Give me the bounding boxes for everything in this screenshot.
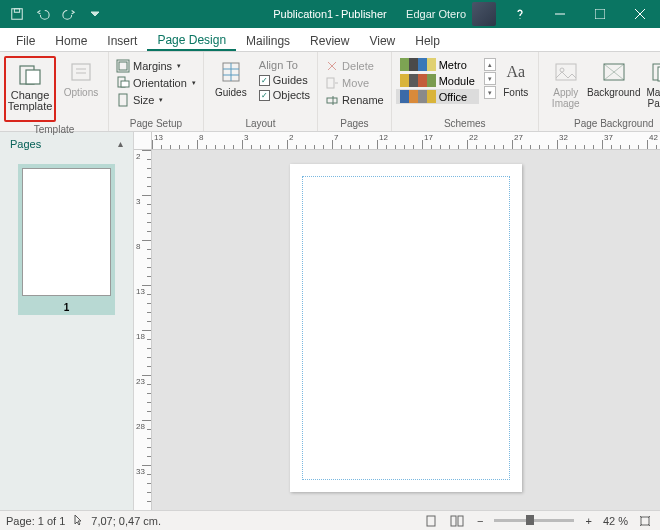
size-button[interactable]: Size▾: [113, 92, 199, 108]
size-icon: [116, 93, 130, 107]
thumbnail-preview: [22, 168, 111, 296]
tab-view[interactable]: View: [359, 30, 405, 51]
schemes-scroll[interactable]: ▴▾▾: [484, 56, 496, 99]
maximize-button[interactable]: [580, 0, 620, 28]
svg-rect-9: [121, 81, 129, 87]
group-pages: Delete Move Rename Pages: [318, 52, 392, 131]
coordinates: 7,07; 0,47 cm.: [91, 515, 161, 527]
zoom-slider[interactable]: [494, 519, 574, 522]
group-page-setup: Margins▾ Orientation▾ Size▾ Page Setup: [109, 52, 204, 131]
schemes-gallery[interactable]: Metro Module Office: [396, 56, 479, 104]
page-thumbnail[interactable]: [18, 164, 115, 300]
align-to-label: Align To: [256, 58, 313, 72]
window-title: Publication1 - Publisher: [273, 8, 386, 20]
svg-rect-12: [327, 78, 334, 88]
zoom-level[interactable]: 42 %: [603, 515, 628, 527]
canvas[interactable]: [152, 150, 660, 510]
template-icon: [16, 62, 44, 88]
guides-button[interactable]: Guides: [208, 56, 254, 116]
tab-file[interactable]: File: [6, 30, 45, 51]
zoom-out-button[interactable]: −: [474, 515, 486, 527]
zoom-handle[interactable]: [526, 515, 534, 525]
chevron-down-icon: ▾: [177, 62, 181, 70]
objects-checkbox[interactable]: ✓Objects: [256, 88, 313, 102]
svg-rect-2: [595, 9, 605, 19]
canvas-area: 13832712172227323742 23813182328333843: [134, 132, 660, 510]
margins-button[interactable]: Margins▾: [113, 58, 199, 74]
ribbon-tabs: File Home Insert Page Design Mailings Re…: [0, 28, 660, 52]
svg-rect-14: [556, 64, 576, 80]
background-button[interactable]: Background: [591, 56, 637, 116]
group-layout: Guides Align To ✓Guides ✓Objects Layout: [204, 52, 318, 131]
svg-rect-20: [451, 516, 456, 526]
qat-customize-icon[interactable]: [84, 3, 106, 25]
fit-page-button[interactable]: [636, 513, 654, 529]
collapse-panel-icon[interactable]: ▴: [118, 138, 123, 149]
chevron-down-icon[interactable]: ▾: [484, 72, 496, 85]
highlight-change-template: Change Template: [4, 56, 56, 122]
redo-button[interactable]: [58, 3, 80, 25]
image-icon: [552, 59, 580, 85]
svg-rect-4: [26, 70, 40, 84]
pages-panel-title: Pages: [10, 138, 41, 150]
page[interactable]: [290, 164, 522, 492]
undo-button[interactable]: [32, 3, 54, 25]
tab-mailings[interactable]: Mailings: [236, 30, 300, 51]
options-button: Options: [58, 56, 104, 116]
chevron-up-icon[interactable]: ▴: [484, 58, 496, 71]
svg-rect-5: [72, 64, 90, 80]
apply-image-button: Apply Image: [543, 56, 589, 116]
two-page-view-button[interactable]: [448, 513, 466, 529]
svg-rect-10: [119, 94, 127, 106]
tab-home[interactable]: Home: [45, 30, 97, 51]
master-pages-icon: [648, 59, 660, 85]
status-bar: Page: 1 of 1 7,07; 0,47 cm. − + 42 %: [0, 510, 660, 530]
avatar[interactable]: [472, 2, 496, 26]
guides-checkbox[interactable]: ✓Guides: [256, 73, 313, 87]
quick-access-toolbar: [0, 0, 106, 28]
cursor-icon: [73, 514, 83, 528]
ruler-corner: [134, 132, 152, 150]
tab-review[interactable]: Review: [300, 30, 359, 51]
rename-icon: [325, 93, 339, 107]
background-icon: [600, 59, 628, 85]
scheme-office[interactable]: Office: [396, 89, 479, 104]
single-page-view-button[interactable]: [422, 513, 440, 529]
group-page-background: Apply Image Background Master Pages Page…: [539, 52, 660, 131]
tab-help[interactable]: Help: [405, 30, 450, 51]
document-name: Publication1: [273, 8, 333, 20]
pages-panel: Pages ▴ 1: [0, 132, 134, 510]
fonts-button[interactable]: Aa Fonts: [498, 56, 534, 116]
checkbox-icon: ✓: [259, 75, 270, 86]
rename-page-button[interactable]: Rename: [322, 92, 387, 108]
horizontal-ruler[interactable]: 13832712172227323742: [152, 132, 660, 150]
user-name[interactable]: Edgar Otero: [400, 8, 472, 20]
dropdown-icon[interactable]: ▾: [484, 86, 496, 99]
delete-icon: [325, 59, 339, 73]
change-template-button[interactable]: Change Template: [7, 59, 53, 119]
zoom-in-button[interactable]: +: [582, 515, 594, 527]
save-button[interactable]: [6, 3, 28, 25]
chevron-down-icon: ▾: [159, 96, 163, 104]
svg-rect-1: [14, 9, 19, 13]
move-page-button: Move: [322, 75, 387, 91]
ribbon: Change Template Options Template Margins…: [0, 52, 660, 132]
scheme-metro[interactable]: Metro: [396, 57, 479, 72]
orientation-button[interactable]: Orientation▾: [113, 75, 199, 91]
master-pages-button[interactable]: Master Pages: [639, 56, 660, 116]
guides-icon: [217, 59, 245, 85]
tab-page-design[interactable]: Page Design: [147, 29, 236, 51]
help-button[interactable]: [500, 0, 540, 28]
workspace: Pages ▴ 1 13832712172227323742 238131823…: [0, 132, 660, 510]
svg-rect-0: [12, 9, 23, 20]
tab-insert[interactable]: Insert: [97, 30, 147, 51]
minimize-button[interactable]: [540, 0, 580, 28]
delete-page-button[interactable]: Delete: [322, 58, 387, 74]
move-icon: [325, 76, 339, 90]
checkbox-icon: ✓: [259, 90, 270, 101]
vertical-ruler[interactable]: 23813182328333843: [134, 150, 152, 510]
scheme-module[interactable]: Module: [396, 73, 479, 88]
page-margin-guide: [302, 176, 510, 480]
close-button[interactable]: [620, 0, 660, 28]
page-indicator[interactable]: Page: 1 of 1: [6, 515, 65, 527]
